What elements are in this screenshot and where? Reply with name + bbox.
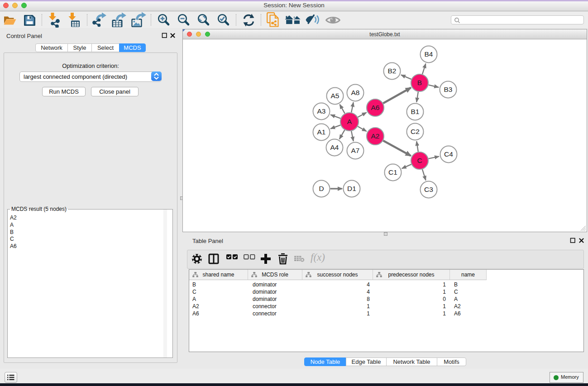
- svg-text:A2: A2: [371, 132, 380, 140]
- svg-text:A5: A5: [331, 92, 339, 100]
- svg-text:C4: C4: [444, 150, 453, 158]
- svg-text:A7: A7: [351, 147, 360, 154]
- svg-text:B4: B4: [425, 50, 433, 58]
- svg-text:B: B: [417, 79, 422, 86]
- svg-text:C3: C3: [424, 186, 433, 193]
- svg-text:A: A: [347, 118, 352, 125]
- svg-text:B1: B1: [411, 108, 420, 115]
- svg-text:A3: A3: [317, 107, 326, 115]
- svg-text:D1: D1: [347, 185, 356, 192]
- svg-text:A8: A8: [351, 89, 360, 96]
- svg-text:A4: A4: [330, 143, 339, 151]
- svg-text:C2: C2: [411, 128, 420, 135]
- svg-text:A1: A1: [317, 128, 326, 136]
- svg-text:C: C: [417, 157, 422, 164]
- svg-text:C1: C1: [388, 168, 397, 176]
- svg-text:B2: B2: [388, 67, 397, 75]
- svg-text:B3: B3: [444, 86, 453, 93]
- svg-text:D: D: [319, 185, 324, 192]
- svg-text:A6: A6: [371, 104, 380, 111]
